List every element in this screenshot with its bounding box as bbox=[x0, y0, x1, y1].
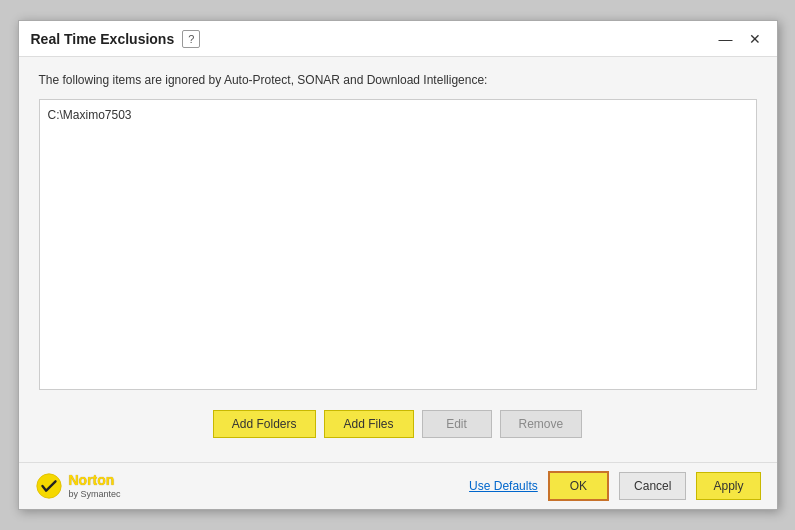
title-bar-controls: — ✕ bbox=[715, 30, 765, 48]
use-defaults-button[interactable]: Use Defaults bbox=[469, 479, 538, 493]
real-time-exclusions-dialog: Real Time Exclusions ? — ✕ The following… bbox=[18, 20, 778, 510]
dialog-title: Real Time Exclusions bbox=[31, 31, 175, 47]
minimize-button[interactable]: — bbox=[715, 30, 737, 48]
dialog-body: The following items are ignored by Auto-… bbox=[19, 57, 777, 462]
ok-button[interactable]: OK bbox=[548, 471, 609, 501]
description-text: The following items are ignored by Auto-… bbox=[39, 73, 757, 87]
exclusion-item: C:\Maximo7503 bbox=[48, 106, 748, 124]
norton-sub-label: by Symantec bbox=[69, 489, 121, 500]
footer-actions: Use Defaults OK Cancel Apply bbox=[469, 471, 760, 501]
norton-brand-label: Norton bbox=[69, 472, 121, 489]
add-folders-button[interactable]: Add Folders bbox=[213, 410, 316, 438]
edit-button[interactable]: Edit bbox=[422, 410, 492, 438]
close-button[interactable]: ✕ bbox=[745, 30, 765, 48]
apply-button[interactable]: Apply bbox=[696, 472, 760, 500]
cancel-button[interactable]: Cancel bbox=[619, 472, 686, 500]
help-icon[interactable]: ? bbox=[182, 30, 200, 48]
norton-brand-text: Norton by Symantec bbox=[69, 472, 121, 500]
title-bar-left: Real Time Exclusions ? bbox=[31, 30, 201, 48]
title-bar: Real Time Exclusions ? — ✕ bbox=[19, 21, 777, 57]
remove-button[interactable]: Remove bbox=[500, 410, 583, 438]
exclusions-list[interactable]: C:\Maximo7503 bbox=[39, 99, 757, 390]
norton-checkmark-icon bbox=[35, 472, 63, 500]
add-files-button[interactable]: Add Files bbox=[324, 410, 414, 438]
norton-logo: Norton by Symantec bbox=[35, 472, 121, 500]
dialog-footer: Norton by Symantec Use Defaults OK Cance… bbox=[19, 462, 777, 509]
action-buttons: Add Folders Add Files Edit Remove bbox=[39, 402, 757, 446]
svg-point-0 bbox=[36, 474, 60, 498]
